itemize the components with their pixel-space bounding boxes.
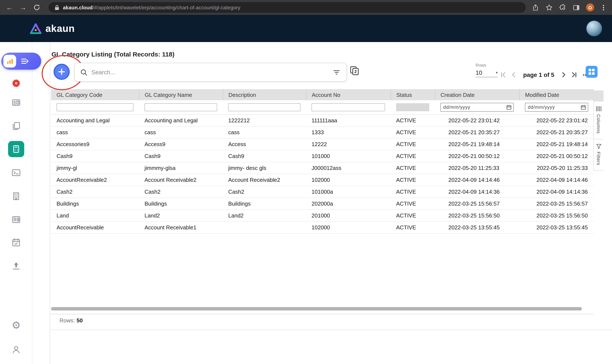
table-row[interactable]: casscasscass1333ACTIVE2022-05-21 20:35:2… xyxy=(51,126,594,138)
column-header[interactable]: Account No xyxy=(306,89,391,100)
table-cell: ACTIVE xyxy=(391,138,435,150)
columns-tab-label: Columns xyxy=(596,114,601,134)
columns-panel-tab[interactable]: Columns xyxy=(594,102,603,139)
side-panel-icon[interactable] xyxy=(572,4,580,11)
pagination: page 1 of 5 ••• xyxy=(500,71,588,78)
browser-back-button[interactable]: ← xyxy=(4,2,14,13)
table-cell: Buildings xyxy=(223,197,306,209)
table-row[interactable]: Cash9Cash9Cash9101000ACTIVE2022-05-21 00… xyxy=(51,150,594,162)
sidebar-item-pdf-applet[interactable] xyxy=(0,78,32,88)
rows-per-page-select[interactable]: 10 ▾ xyxy=(476,69,498,77)
filter-description-input[interactable] xyxy=(228,103,300,111)
table-cell: 2022-04-09 14:14:36 xyxy=(519,186,594,197)
table-cell: Cash2 xyxy=(139,186,223,197)
ssl-lock-icon xyxy=(54,4,59,10)
date-placeholder: dd/mm/yyyy xyxy=(443,105,470,110)
address-bar[interactable]: akaun.cloud/#/applets/tnt/wavelet/erp/ac… xyxy=(48,2,526,13)
table-cell: AccountReceivable xyxy=(51,221,139,233)
filter-account-no-input[interactable] xyxy=(312,103,385,111)
table-row[interactable]: Accounting and LegalAccounting and Legal… xyxy=(51,114,594,126)
table-cell: 101000a xyxy=(306,186,391,197)
table-row[interactable]: Accessories9Access9Access12222ACTIVE2022… xyxy=(51,138,594,150)
next-page-button[interactable] xyxy=(560,71,567,78)
filter-creation-date-input[interactable]: dd/mm/yyyy xyxy=(440,103,514,112)
sidebar-item-organization[interactable] xyxy=(0,191,32,201)
building-icon xyxy=(11,191,21,201)
column-header[interactable]: GL Category Code xyxy=(51,89,139,100)
grid-view-button[interactable] xyxy=(586,66,598,78)
table-cell: 1222212 xyxy=(223,114,306,126)
column-header[interactable]: GL Category Name xyxy=(139,89,223,100)
sidebar-item-console[interactable] xyxy=(0,168,32,178)
upload-icon xyxy=(11,261,21,271)
search-bar xyxy=(74,63,347,81)
table-cell: 201000 xyxy=(306,209,391,221)
table-cell: Access xyxy=(223,138,306,150)
table-cell: 2022-05-20 11:25:33 xyxy=(435,162,519,174)
duplicate-list-icon[interactable]: 2 xyxy=(349,65,360,76)
grid-icon xyxy=(587,67,596,76)
table-row[interactable]: LandLand2Land2201000ACTIVE2022-03-25 15:… xyxy=(51,209,594,221)
search-input[interactable] xyxy=(91,69,332,76)
table-cell: 12222 xyxy=(306,138,391,150)
previous-page-button[interactable] xyxy=(510,71,517,78)
table-row[interactable]: AccountReceivableAccount Receivable11020… xyxy=(51,221,594,233)
plus-icon xyxy=(57,67,66,76)
table-row[interactable]: jimmy-gljimmmy-glsajimmy- desc glsJ00001… xyxy=(51,162,594,174)
table-cell: ACTIVE xyxy=(391,126,435,138)
calculator-icon xyxy=(8,141,24,157)
column-header[interactable]: Status xyxy=(391,89,435,100)
rows-count-label: Rows: xyxy=(59,317,75,324)
user-avatar[interactable] xyxy=(586,20,602,37)
browser-profile-avatar[interactable]: O xyxy=(586,3,594,12)
terminal-icon xyxy=(11,168,21,178)
sidebar-item-active-applet[interactable] xyxy=(1,53,41,70)
table-cell: ACTIVE xyxy=(391,221,435,233)
table-cell: 2022-05-21 19:48:14 xyxy=(435,138,519,150)
extensions-puzzle-icon[interactable] xyxy=(559,4,567,11)
table-cell: J000012ass xyxy=(306,162,391,174)
table-cell: Buildings xyxy=(139,197,223,209)
table-cell: 2022-05-21 20:35:27 xyxy=(435,126,519,138)
sidebar-item-accounting-active[interactable] xyxy=(0,141,32,157)
table-cell: Account Receivable2 xyxy=(139,174,223,186)
table-cell: jimmy- desc gls xyxy=(223,162,306,174)
column-header[interactable]: Description xyxy=(223,89,306,100)
sidebar-item-terminal-device[interactable] xyxy=(0,98,32,108)
filter-gl-category-name-input[interactable] xyxy=(145,103,217,111)
sidebar-item-news[interactable] xyxy=(0,214,32,225)
add-record-button[interactable] xyxy=(53,64,70,80)
table-cell: ACTIVE xyxy=(391,162,435,174)
table-row[interactable]: Cash2Cash2Cash2101000aACTIVE2022-04-09 1… xyxy=(51,186,594,197)
sidebar-item-documents[interactable] xyxy=(0,121,32,131)
table-cell: 2022-05-21 00:50:12 xyxy=(435,150,519,162)
table-cell: 2022-05-21 20:35:27 xyxy=(519,126,594,138)
sidebar-item-upload[interactable] xyxy=(0,261,32,271)
sidebar-item-profile[interactable] xyxy=(0,344,32,355)
table-cell: 2022-05-22 23:01:42 xyxy=(435,114,519,126)
filter-status-input[interactable] xyxy=(396,103,429,111)
table-cell: AccountReceivable2 xyxy=(51,174,139,186)
filters-panel-tab[interactable]: Filters xyxy=(594,139,603,170)
bookmark-star-icon[interactable] xyxy=(545,4,553,11)
table-row[interactable]: AccountReceivable2Account Receivable2Acc… xyxy=(51,174,594,186)
browser-menu-icon[interactable] xyxy=(600,4,607,11)
horizontal-scrollbar[interactable] xyxy=(51,307,582,311)
sidebar-item-approvals[interactable] xyxy=(0,237,32,248)
chevron-down-icon: ▾ xyxy=(496,70,498,75)
table-cell: ACTIVE xyxy=(391,150,435,162)
table-row[interactable]: BuildingsBuildingsBuildings202000aACTIVE… xyxy=(51,197,594,209)
column-header[interactable]: Creation Date xyxy=(435,89,519,100)
url-path: /#/applets/tnt/wavelet/erp/accounting/ch… xyxy=(93,4,240,10)
last-page-button[interactable] xyxy=(571,71,578,78)
filter-gl-category-code-input[interactable] xyxy=(56,103,133,111)
share-icon[interactable] xyxy=(532,4,539,11)
browser-reload-button[interactable] xyxy=(31,2,42,13)
sidebar-item-settings[interactable]: ⚙ xyxy=(0,320,32,330)
table-cell: 2022-04-09 14:14:46 xyxy=(435,174,519,186)
filter-modified-date-input[interactable]: dd/mm/yyyy xyxy=(525,103,588,112)
first-page-button[interactable] xyxy=(500,71,506,78)
browser-forward-button[interactable]: → xyxy=(18,2,28,13)
column-header[interactable]: Modified Date xyxy=(519,89,594,100)
filter-lines-icon[interactable] xyxy=(332,67,341,77)
